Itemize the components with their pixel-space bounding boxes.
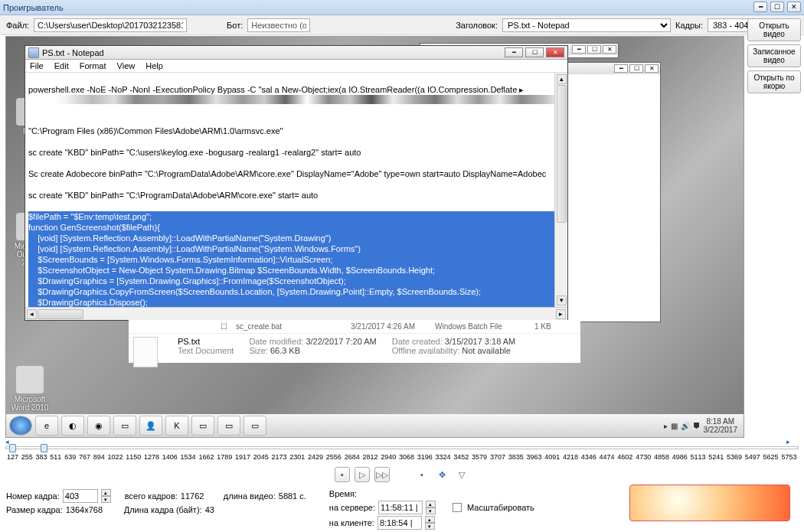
time-label: Время: bbox=[329, 489, 357, 498]
server-time-input[interactable] bbox=[378, 501, 423, 514]
tick: 1789 bbox=[217, 453, 232, 461]
tick: 2940 bbox=[381, 453, 396, 461]
notepad-text-area[interactable]: powershell.exe -NoE -NoP -NonI -Executio… bbox=[25, 73, 567, 307]
tick: 2812 bbox=[362, 453, 377, 461]
notepad-hscrollbar[interactable]: ◂▸ bbox=[25, 307, 567, 320]
file-label: Файл: bbox=[6, 21, 29, 30]
notepad-maximize-button[interactable]: ☐ bbox=[525, 47, 544, 57]
frames-label: Кадры: bbox=[675, 21, 703, 30]
app2-icon: ▭ bbox=[243, 416, 266, 436]
dot-icon[interactable]: • bbox=[414, 467, 430, 482]
bg2-min-icon: ━ bbox=[614, 64, 628, 73]
header-select[interactable]: PS.txt - Notepad bbox=[502, 18, 671, 32]
tick: 5625 bbox=[763, 453, 779, 461]
notepad-window: PS.txt - Notepad ━ ☐ ✕ File Edit Format … bbox=[25, 45, 568, 321]
tick: 894 bbox=[93, 453, 105, 461]
timeline-track[interactable] bbox=[5, 446, 799, 449]
tick: 3579 bbox=[472, 453, 487, 461]
timeline-ticks: 1272553835116397678941022115012781406153… bbox=[5, 453, 799, 461]
chrome-icon: ◉ bbox=[87, 416, 110, 436]
filter-icon[interactable]: ▽ bbox=[454, 467, 469, 482]
play-button[interactable]: ▷ bbox=[355, 467, 370, 482]
tick: 2429 bbox=[308, 453, 323, 461]
k-icon: K bbox=[165, 416, 188, 436]
start-button-icon bbox=[9, 416, 32, 436]
move-icon[interactable]: ✥ bbox=[434, 467, 449, 482]
tick: 2556 bbox=[326, 453, 342, 461]
close-button[interactable]: ✕ bbox=[787, 2, 801, 12]
menu-format[interactable]: Format bbox=[80, 61, 106, 70]
tick: 3452 bbox=[453, 453, 469, 461]
tray-clock: 8:18 AM3/22/2017 bbox=[704, 417, 741, 434]
stop-button[interactable]: ▪ bbox=[335, 467, 350, 482]
tick: 1917 bbox=[235, 453, 250, 461]
tick: 5241 bbox=[708, 453, 724, 461]
tick: 511 bbox=[50, 453, 61, 461]
notepad-icon bbox=[28, 47, 39, 58]
bot-input[interactable] bbox=[247, 18, 310, 32]
tick: 4986 bbox=[672, 453, 688, 461]
menu-file[interactable]: File bbox=[30, 61, 44, 70]
scale-checkbox[interactable] bbox=[453, 503, 462, 512]
scale-label: Масштабировать bbox=[467, 503, 534, 512]
notepad-titlebar[interactable]: PS.txt - Notepad ━ ☐ ✕ bbox=[25, 46, 567, 60]
tick: 4091 bbox=[544, 453, 560, 461]
server-time-stepper[interactable]: ▴▾ bbox=[426, 501, 436, 514]
tick: 4858 bbox=[654, 453, 669, 461]
timeline-marker-start[interactable] bbox=[9, 444, 16, 452]
frame-no-input[interactable] bbox=[63, 489, 98, 503]
tick: 639 bbox=[64, 453, 76, 461]
bg2-max-icon: ☐ bbox=[629, 64, 643, 73]
minimize-button[interactable]: ━ bbox=[753, 2, 767, 12]
frame-size-value: 1364x768 bbox=[66, 505, 110, 514]
file-input[interactable] bbox=[34, 18, 187, 32]
tick: 1022 bbox=[107, 453, 123, 461]
notepad-title: PS.txt - Notepad bbox=[42, 48, 104, 57]
tick: 1662 bbox=[198, 453, 214, 461]
tick: 127 bbox=[7, 453, 18, 461]
client-time-stepper[interactable]: ▴▾ bbox=[425, 516, 435, 530]
tick: 3324 bbox=[436, 453, 451, 461]
video-viewport: Rec Microsoft Outlook 2010 Microsoft Wor… bbox=[5, 36, 744, 438]
notepad-vscrollbar[interactable]: ▴▾ bbox=[554, 73, 567, 307]
firefox-icon: ◐ bbox=[61, 416, 84, 436]
total-frames-value: 11762 bbox=[181, 491, 207, 501]
recorded-video-button[interactable]: Записанное видео bbox=[747, 44, 801, 67]
file-type: Text Document bbox=[178, 346, 234, 355]
stats-panel: Номер кадра: ▴▾ всего кадров: 11762 длин… bbox=[6, 489, 798, 527]
frame-bytes-value: 43 bbox=[205, 505, 231, 514]
brand-logo bbox=[629, 485, 790, 521]
frame-no-stepper[interactable]: ▴▾ bbox=[101, 489, 111, 503]
main-toolbar: Файл: Бот: Заголовок: PS.txt - Notepad К… bbox=[0, 15, 804, 35]
bg1-max-icon: ☐ bbox=[587, 45, 601, 54]
client-time-input[interactable] bbox=[377, 516, 422, 530]
menu-view[interactable]: View bbox=[117, 61, 136, 70]
tick: 767 bbox=[79, 453, 90, 461]
explorer-icon: ▭ bbox=[113, 416, 136, 436]
app-title: Проигрыватель bbox=[3, 3, 64, 12]
notepad-tb-icon: ▭ bbox=[191, 416, 214, 436]
desktop-icon-word: Microsoft Word 2010 bbox=[11, 366, 49, 412]
tray-vol-icon: 🔊 bbox=[681, 422, 690, 430]
tick: 5753 bbox=[781, 453, 796, 461]
total-frames-label: всего кадров: bbox=[125, 491, 178, 501]
tick: 4346 bbox=[581, 453, 596, 461]
tick: 3707 bbox=[490, 453, 505, 461]
file-thumbnail-icon bbox=[133, 337, 158, 367]
maximize-button[interactable]: ☐ bbox=[770, 2, 784, 12]
notepad-minimize-button[interactable]: ━ bbox=[505, 47, 523, 57]
menu-edit[interactable]: Edit bbox=[54, 61, 69, 70]
open-video-button[interactable]: Открыть видео bbox=[747, 18, 801, 41]
open-anchor-button[interactable]: Открыть по якорю bbox=[747, 70, 801, 93]
tick: 4218 bbox=[563, 453, 578, 461]
fastfwd-button[interactable]: ▷▷ bbox=[374, 467, 390, 482]
tick: 1406 bbox=[162, 453, 178, 461]
tick: 3196 bbox=[417, 453, 433, 461]
timeline-marker-current[interactable] bbox=[41, 444, 47, 452]
notepad-menubar: File Edit Format View Help bbox=[25, 60, 567, 73]
file-name: PS.txt bbox=[178, 337, 234, 346]
frame-no-label: Номер кадра: bbox=[6, 491, 60, 501]
notepad-close-button[interactable]: ✕ bbox=[546, 47, 564, 57]
timeline[interactable]: ◂▸ 1272553835116397678941022115012781406… bbox=[5, 438, 799, 455]
menu-help[interactable]: Help bbox=[145, 61, 163, 70]
